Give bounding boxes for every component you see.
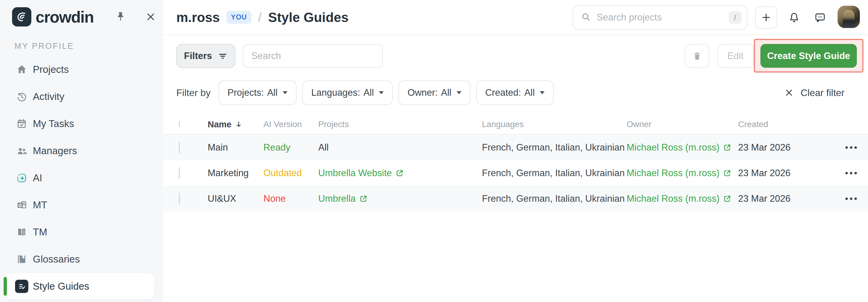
sidebar-item-projects[interactable]: Projects [0, 56, 163, 83]
create-style-guide-label: Create Style Guide [767, 51, 850, 61]
filter-dropdown-languages[interactable]: Languages: All [302, 80, 393, 105]
sidebar-item-managers[interactable]: Managers [0, 137, 163, 164]
cell-ai-version: Ready [264, 142, 318, 153]
cell-name: UI&UX [208, 193, 264, 204]
crowdin-logo-icon[interactable] [12, 7, 31, 27]
breadcrumb: m.ross YOU / Style Guides [176, 0, 348, 35]
sidebar-nav: Projects Activity My Task [0, 56, 163, 300]
calendar-check-icon [15, 117, 28, 130]
chevron-down-icon [283, 91, 287, 94]
external-link-icon [723, 169, 732, 177]
filter-by-label: Filter by [176, 87, 211, 98]
ai-sparkles-icon [15, 171, 28, 184]
project-link[interactable]: Umbrella [318, 193, 368, 204]
cell-languages: French, German, Italian, Ukrainian [482, 193, 627, 204]
sidebar-item-label: TM [33, 227, 47, 238]
close-sidebar-icon[interactable] [142, 8, 159, 25]
project-search-input[interactable] [597, 12, 729, 23]
column-header-projects[interactable]: Projects [318, 120, 482, 129]
search-icon [581, 11, 591, 24]
row-checkbox[interactable] [179, 141, 180, 153]
delete-button[interactable] [685, 44, 710, 68]
owner-link-label: Michael Ross (m.ross) [627, 168, 719, 178]
filters-button-label: Filters [184, 51, 212, 61]
crowdin-wordmark: crowdin [36, 8, 94, 26]
sidebar-item-my-tasks[interactable]: My Tasks [0, 110, 163, 137]
column-header-ai-version[interactable]: AI Version [264, 120, 318, 129]
table-header-row: Name AI Version Projects Languages Owner… [163, 115, 868, 135]
filter-dropdown-created[interactable]: Created: All [476, 80, 554, 105]
sidebar-item-ai[interactable]: AI [0, 164, 163, 192]
filter-bar: Filter by Projects: All Languages: All O… [176, 80, 559, 105]
column-header-languages[interactable]: Languages [482, 120, 627, 129]
style-guides-table: Name AI Version Projects Languages Owner… [163, 115, 868, 211]
filter-dropdown-projects[interactable]: Projects: All [218, 80, 297, 105]
sidebar-item-label: MT [33, 199, 47, 211]
messages-icon[interactable] [812, 9, 829, 26]
sidebar-item-tm[interactable]: TM [0, 219, 163, 246]
owner-link[interactable]: Michael Ross (m.ross) [627, 193, 732, 204]
owner-link-label: Michael Ross (m.ross) [627, 193, 719, 204]
chevron-down-icon [540, 91, 545, 94]
cell-created: 23 Mar 2026 [738, 168, 844, 178]
column-header-created[interactable]: Created [738, 120, 844, 129]
sort-descending-icon [235, 120, 243, 129]
filter-dropdown-label: Created: [485, 87, 521, 98]
row-actions-menu[interactable] [844, 142, 859, 153]
trash-icon [692, 51, 703, 61]
filter-dropdown-value: All [441, 87, 451, 98]
pin-sidebar-icon[interactable] [112, 8, 129, 25]
cell-languages: French, German, Italian, Ukrainian [482, 168, 627, 178]
sidebar-item-label: AI [33, 172, 42, 184]
sidebar-item-label: Managers [33, 145, 77, 157]
cell-ai-version: None [264, 193, 318, 204]
sidebar-section-label: MY PROFILE [14, 41, 74, 51]
styleguide-search[interactable] [243, 44, 383, 68]
column-header-owner[interactable]: Owner [627, 120, 738, 129]
user-avatar[interactable] [838, 6, 860, 28]
row-checkbox[interactable] [179, 167, 180, 179]
external-link-icon [359, 195, 368, 203]
external-link-icon [723, 143, 732, 152]
main-content: Filters Edit Create Style Guide Filter b… [163, 36, 868, 302]
filter-dropdown-label: Projects: [227, 87, 264, 98]
page-title: Style Guides [268, 10, 349, 25]
project-link[interactable]: Umbrella Website [318, 168, 404, 178]
project-search[interactable]: / [572, 5, 747, 30]
people-icon [15, 144, 28, 158]
cell-ai-version: Outdated [264, 168, 318, 178]
you-badge: YOU [226, 11, 251, 24]
external-link-icon [723, 195, 732, 203]
select-all-checkbox[interactable] [179, 121, 180, 127]
column-header-label: Name [208, 120, 231, 130]
edit-button[interactable]: Edit [717, 44, 753, 68]
row-actions-menu[interactable] [844, 193, 859, 204]
owner-link[interactable]: Michael Ross (m.ross) [627, 168, 732, 178]
cell-projects: All [318, 142, 482, 153]
sidebar-item-glossaries[interactable]: Glossaries [0, 246, 163, 273]
project-link-label: Umbrella [318, 193, 355, 204]
owner-link[interactable]: Michael Ross (m.ross) [627, 142, 732, 153]
clear-filter-button[interactable]: Clear filter [784, 80, 844, 105]
row-actions-menu[interactable] [844, 168, 859, 178]
sidebar-item-style-guides[interactable]: Style Guides [0, 273, 163, 300]
sidebar-item-mt[interactable]: G MT [0, 192, 163, 219]
clear-filter-label: Clear filter [801, 87, 844, 98]
sidebar-item-activity[interactable]: Activity [0, 83, 163, 110]
sidebar-item-label: Activity [33, 91, 64, 102]
filter-dropdown-owner[interactable]: Owner: All [398, 80, 470, 105]
breadcrumb-user[interactable]: m.ross [176, 10, 220, 25]
notifications-bell-icon[interactable] [786, 9, 803, 26]
column-header-name[interactable]: Name [208, 120, 264, 130]
styleguide-search-input[interactable] [251, 51, 374, 61]
external-link-icon [396, 169, 404, 177]
filters-button[interactable]: Filters [176, 44, 236, 68]
filter-dropdown-value: All [267, 87, 277, 98]
create-new-button[interactable] [755, 6, 777, 29]
create-style-guide-button[interactable]: Create Style Guide [761, 44, 857, 68]
sidebar-item-label: Glossaries [33, 254, 80, 265]
chevron-down-icon [457, 91, 461, 94]
row-checkbox[interactable] [179, 193, 180, 204]
machine-translation-icon: G [15, 198, 28, 212]
filter-lines-icon [218, 51, 228, 61]
